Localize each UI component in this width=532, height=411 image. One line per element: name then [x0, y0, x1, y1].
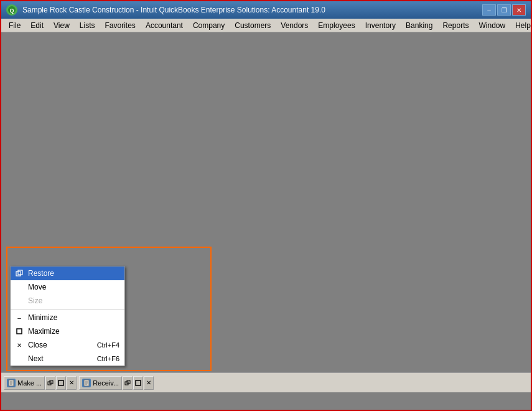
context-menu-close[interactable]: ✕ Close Ctrl+F4 — [11, 338, 124, 352]
context-menu-move[interactable]: Move — [11, 280, 124, 294]
maximize-icon — [14, 328, 24, 334]
make-maximize-btn[interactable] — [56, 376, 66, 390]
receive-doc-icon — [82, 379, 91, 387]
close-label: Close — [28, 341, 47, 349]
receive-label: Receiv... — [93, 379, 119, 387]
menu-view[interactable]: View — [49, 19, 75, 32]
window-controls: – ❐ ✕ — [482, 4, 526, 16]
restore-button[interactable]: ❐ — [497, 4, 511, 16]
taskbar-item-make[interactable]: Make ... — [4, 376, 45, 390]
restore-icon — [14, 270, 24, 277]
menu-file[interactable]: File — [4, 19, 26, 32]
context-menu-minimize[interactable]: – Minimize — [11, 311, 124, 324]
context-menu-restore[interactable]: Restore — [11, 267, 124, 280]
menu-customers[interactable]: Customers — [230, 19, 276, 32]
menu-favorites[interactable]: Favorites — [100, 19, 141, 32]
context-menu-separator-1 — [11, 309, 124, 309]
size-label: Size — [28, 296, 42, 305]
taskbar: Make ... ✕ — [1, 372, 531, 392]
context-menu-size: Size — [11, 294, 124, 308]
make-doc-icon — [7, 379, 16, 387]
minimize-button[interactable]: – — [482, 4, 496, 16]
menu-reports[interactable]: Reports — [437, 19, 474, 32]
svg-rect-11 — [58, 380, 63, 385]
move-label: Move — [28, 283, 46, 291]
menu-edit[interactable]: Edit — [26, 19, 49, 32]
make-close-btn[interactable]: ✕ — [67, 376, 77, 390]
menu-help[interactable]: Help — [510, 19, 532, 32]
svg-text:Q: Q — [9, 7, 14, 14]
make-restore-btn[interactable] — [45, 376, 55, 390]
menu-company[interactable]: Company — [188, 19, 230, 32]
menu-lists[interactable]: Lists — [75, 19, 100, 32]
next-shortcut: Ctrl+F6 — [97, 355, 119, 362]
maximize-label: Maximize — [28, 327, 60, 336]
restore-label: Restore — [28, 269, 54, 278]
taskbar-item-receive[interactable]: Receiv... — [79, 376, 122, 390]
menu-inventory[interactable]: Inventory — [360, 19, 401, 32]
receive-maximize-btn[interactable] — [133, 376, 143, 390]
menu-accountant[interactable]: Accountant — [141, 19, 188, 32]
window-title: Sample Rock Castle Construction - Intuit… — [22, 6, 325, 14]
svg-rect-4 — [17, 329, 22, 334]
context-menu: Restore Move Size – Minimize Maximize — [10, 266, 125, 366]
minimize-icon: – — [14, 314, 24, 321]
title-bar-left: Q Sample Rock Castle Construction - Intu… — [6, 4, 325, 16]
taskbar-group-1: Make ... ✕ — [4, 376, 77, 390]
taskbar-group-2: Receiv... ✕ — [79, 376, 154, 390]
context-menu-next[interactable]: Next Ctrl+F6 — [11, 352, 124, 366]
menu-bar: File Edit View Lists Favorites Accountan… — [1, 19, 531, 32]
context-menu-maximize[interactable]: Maximize — [11, 324, 124, 338]
menu-window[interactable]: Window — [474, 19, 510, 32]
app-icon: Q — [6, 4, 17, 16]
next-label: Next — [28, 354, 44, 363]
close-icon: ✕ — [14, 342, 24, 349]
svg-rect-18 — [136, 380, 141, 385]
menu-employees[interactable]: Employees — [313, 19, 360, 32]
receive-close-btn[interactable]: ✕ — [144, 376, 154, 390]
main-content-area: Restore Move Size – Minimize Maximize — [1, 32, 531, 392]
minimize-label: Minimize — [28, 313, 57, 322]
receive-restore-btn[interactable] — [123, 376, 133, 390]
menu-banking[interactable]: Banking — [401, 19, 437, 32]
menu-vendors[interactable]: Vendors — [276, 19, 313, 32]
title-bar: Q Sample Rock Castle Construction - Intu… — [1, 1, 531, 19]
make-label: Make ... — [17, 379, 42, 387]
close-button[interactable]: ✕ — [512, 4, 526, 16]
close-shortcut: Ctrl+F4 — [97, 341, 119, 349]
